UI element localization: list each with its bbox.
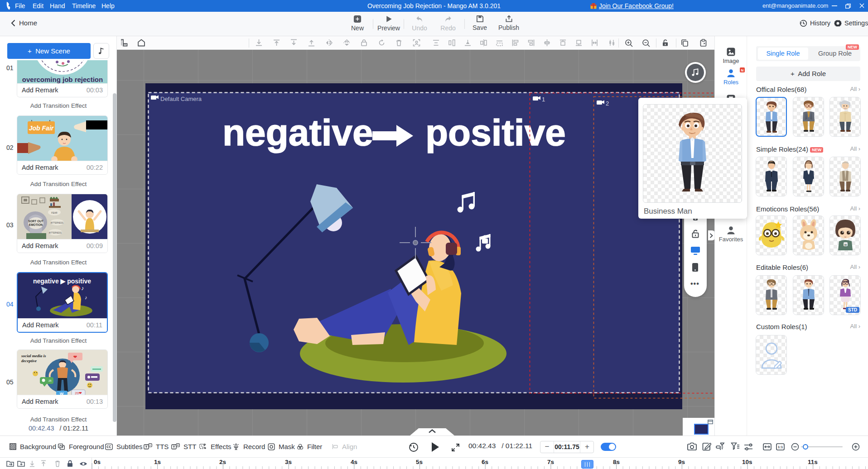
svg-text:deceptive: deceptive	[21, 359, 37, 363]
svg-text:N: N	[741, 68, 744, 72]
svg-text:BITTERNESS: BITTERNESS	[49, 232, 62, 234]
svg-text:❤: ❤	[73, 354, 77, 359]
svg-text:♪: ♪	[81, 285, 84, 292]
svg-text:1:1: 1:1	[778, 445, 783, 449]
svg-text:Job Fair: Job Fair	[29, 124, 54, 132]
svg-text:EMOTION: EMOTION	[29, 223, 43, 226]
svg-text:negative ▶ positive: negative ▶ positive	[33, 278, 91, 285]
svg-text:overcoming job rejection: overcoming job rejection	[22, 76, 103, 83]
svg-text:social media is: social media is	[21, 354, 46, 358]
svg-text:SORT OUT: SORT OUT	[28, 220, 43, 223]
svg-text:BITTERNESS: BITTERNESS	[51, 222, 63, 224]
svg-text:25: 25	[48, 379, 52, 382]
svg-text:FEAR: FEAR	[51, 211, 58, 214]
svg-text:w: w	[844, 243, 847, 246]
svg-text:♪: ♪	[85, 295, 87, 300]
